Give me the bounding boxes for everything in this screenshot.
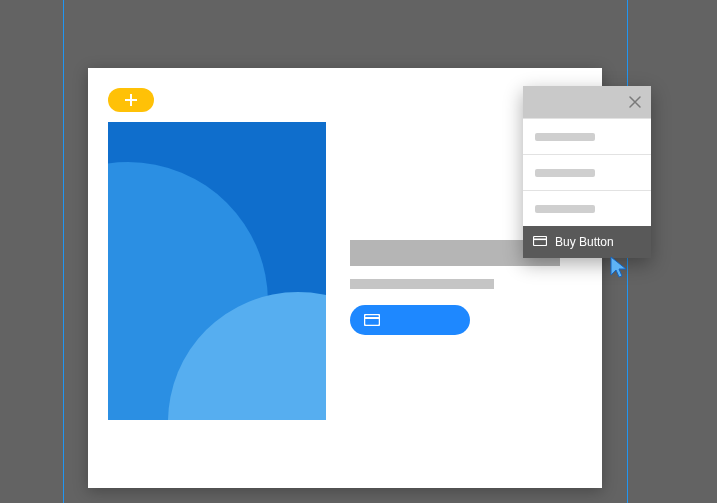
panel-footer[interactable]: Buy Button [523,226,651,258]
close-icon[interactable] [627,94,643,110]
card-icon [533,235,547,249]
hero-image-placeholder [108,122,326,420]
option-label-placeholder [535,133,595,141]
option-label-placeholder [535,169,595,177]
card-icon [364,314,380,326]
subtitle-placeholder [350,279,494,289]
panel-option[interactable] [523,190,651,226]
panel-option[interactable] [523,118,651,154]
svg-rect-2 [534,237,547,246]
svg-rect-3 [533,239,547,241]
panel-option[interactable] [523,154,651,190]
alignment-guide-left [63,0,64,503]
panel-header [523,86,651,118]
panel-footer-label: Buy Button [555,235,614,249]
svg-rect-1 [364,317,380,319]
tooltip-panel: Buy Button [523,86,651,258]
cursor-icon [608,255,632,279]
plus-icon [125,94,137,106]
option-label-placeholder [535,205,595,213]
svg-rect-0 [365,315,380,326]
add-button[interactable] [108,88,154,112]
buy-button[interactable] [350,305,470,335]
